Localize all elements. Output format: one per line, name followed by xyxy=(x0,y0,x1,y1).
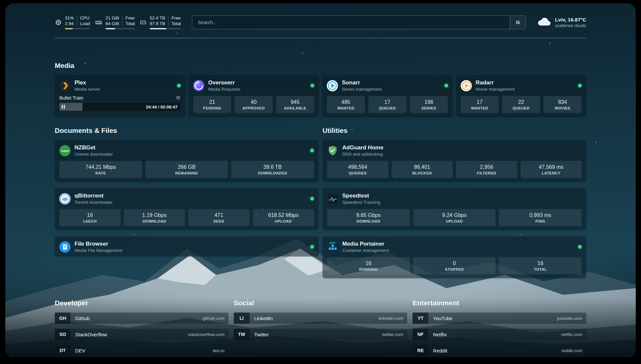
bookmark-name: StackOverflow xyxy=(75,332,107,337)
bookmark-group-entertainment: Entertainment YT YouTube youtube.com NF … xyxy=(412,299,586,356)
settings-gear-icon[interactable]: ⚙ xyxy=(176,95,180,101)
service-card-radarr[interactable]: Radarr Movie management 17WANTED 22QUEUE… xyxy=(456,75,587,117)
bookmark-name: YouTube xyxy=(433,316,452,321)
bookmark-name: Twitter xyxy=(254,332,269,337)
cpu-usage-bar xyxy=(65,28,90,29)
service-card-sonarr[interactable]: Sonarr Series management 485WANTED 17QUE… xyxy=(322,75,453,117)
cpu-icon xyxy=(55,19,62,26)
bookmark-url: linkedin.com xyxy=(379,316,407,321)
cpu-load-value: 2.94 xyxy=(65,21,74,26)
qbittorrent-icon: qb xyxy=(59,193,71,204)
stat-pending: 21PENDING xyxy=(193,96,231,113)
adguard-icon xyxy=(327,145,338,156)
service-name: qBittorrent xyxy=(75,192,113,199)
service-name: Media Portainer xyxy=(342,240,389,247)
bookmark-reddit[interactable]: RE Reddit reddit.com xyxy=(412,345,586,356)
bookmark-linkedin[interactable]: LI LinkedIn linkedin.com xyxy=(234,313,408,324)
weather-widget: Lviv, 16.87°C scattered clouds xyxy=(537,16,586,28)
stat-upload: 618.52 MbpsUPLOAD xyxy=(253,209,314,226)
disk-total-label: Total xyxy=(171,21,181,26)
bookmark-github[interactable]: GH Github github.com xyxy=(55,313,229,324)
divider xyxy=(77,15,77,26)
bookmark-stackoverflow[interactable]: SO StackOverflow stackoverflow.com xyxy=(55,329,229,340)
stat-ping: 0.993 msPING xyxy=(499,209,582,226)
status-dot xyxy=(310,245,314,249)
stat-remaining: 266 GBREMAINING xyxy=(145,161,228,178)
disk-icon xyxy=(139,19,147,26)
service-name: NZBGet xyxy=(75,144,113,151)
stat-filtered: 2,956FILTERED xyxy=(456,161,517,178)
service-card-filebrowser[interactable]: File Browser Media File Management xyxy=(55,236,319,257)
now-playing-title: Bullet Train xyxy=(59,95,83,101)
service-name: File Browser xyxy=(75,240,122,247)
search-bar: G xyxy=(192,15,526,29)
service-name: Speedtest xyxy=(342,192,381,199)
divider xyxy=(122,15,122,26)
bookmark-abbr: NF xyxy=(412,329,428,340)
service-subtitle: Media server xyxy=(75,86,100,92)
bookmark-url: twitter.com xyxy=(382,332,408,337)
playback-progress-bar[interactable]: 24:44 / 02:06:47 xyxy=(59,103,181,111)
search-input[interactable] xyxy=(192,16,510,29)
bookmark-name: Reddit xyxy=(433,348,447,353)
cpu-load-label: Load xyxy=(80,21,90,26)
bookmark-twitter[interactable]: TW Twitter twitter.com xyxy=(234,329,408,340)
service-card-plex[interactable]: Plex Media server Bullet Train ⚙ xyxy=(55,75,185,117)
bookmark-url: youtube.com xyxy=(557,316,586,321)
stat-available: 945AVAILABLE xyxy=(276,96,314,113)
stat-download: 9.65 GbpsDOWNLOAD xyxy=(327,209,410,226)
search-provider-button[interactable]: G xyxy=(510,16,526,29)
memory-total-label: Total xyxy=(125,21,135,26)
bookmark-netflix[interactable]: NF Netflix netflix.com xyxy=(412,329,586,340)
svg-text:nzbget: nzbget xyxy=(61,149,69,152)
section-title-entertainment: Entertainment xyxy=(412,299,586,307)
disk-total-value: 97.9 TB xyxy=(150,21,165,26)
bookmark-abbr: RE xyxy=(412,345,428,356)
service-card-overseerr[interactable]: Overseerr Media Requests 21PENDING 40APP… xyxy=(189,75,319,117)
bookmark-url: github.com xyxy=(203,316,229,321)
section-title-documents: Documents & Files xyxy=(55,126,319,135)
status-dot xyxy=(444,84,448,87)
plex-icon xyxy=(59,80,71,91)
stat-queries: 498,564QUERIES xyxy=(327,161,388,178)
bookmark-youtube[interactable]: YT YouTube youtube.com xyxy=(412,313,586,324)
header-divider xyxy=(55,38,586,38)
pause-icon[interactable] xyxy=(62,105,65,109)
top-bar: 31% 2.94 CPU Load xyxy=(55,15,586,29)
sonarr-icon xyxy=(327,80,338,91)
stat-blocked: 86,401BLOCKED xyxy=(392,161,453,178)
dashboard-window: 31% 2.94 CPU Load xyxy=(5,3,636,357)
service-card-portainer[interactable]: Media Portainer Container management 16R… xyxy=(322,236,586,278)
bookmark-name: Netflix xyxy=(433,332,447,337)
disk-widget: 52.4 TB 97.9 TB Free Total xyxy=(139,15,181,29)
disk-usage-bar xyxy=(150,28,181,29)
service-card-qbittorrent[interactable]: qb qBittorrent Torrent downloader 16LEEC… xyxy=(55,188,319,230)
memory-free-label: Free xyxy=(125,15,135,21)
bookmark-name: LinkedIn xyxy=(254,316,273,321)
service-card-nzbget[interactable]: nzbget NZBGet Usenet downloader 744.21 M… xyxy=(55,140,319,182)
bookmark-abbr: YT xyxy=(412,313,428,324)
stat-movies: 834MOVIES xyxy=(543,96,582,113)
status-dot xyxy=(311,84,314,87)
memory-icon xyxy=(95,19,103,26)
weather-location: Lviv, 16.87°C xyxy=(555,16,586,23)
service-name: AdGuard Home xyxy=(342,144,383,151)
portainer-icon xyxy=(327,241,338,253)
bookmark-abbr: LI xyxy=(234,313,250,324)
bookmark-group-social: Social LI LinkedIn linkedin.com TW Twitt… xyxy=(234,299,408,356)
service-subtitle: DNS and adblocking xyxy=(342,151,383,157)
service-card-speedtest[interactable]: Speedtest Speedtest Tracking 9.65 GbpsDO… xyxy=(322,188,586,230)
service-card-adguard[interactable]: AdGuard Home DNS and adblocking 498,564Q… xyxy=(322,140,586,182)
nzbget-icon: nzbget xyxy=(59,145,71,156)
bookmark-url: dev.to xyxy=(213,348,229,353)
stat-downloaded: 39.6 TBDOWNLOADED xyxy=(231,161,314,178)
section-documents: Documents & Files nzbget NZBGet Usenet d… xyxy=(55,126,319,278)
bookmark-dev[interactable]: DT DEV dev.to xyxy=(55,345,229,356)
status-dot xyxy=(578,245,582,249)
stat-latency: 47.569 msLATENCY xyxy=(521,161,582,178)
bookmark-abbr: TW xyxy=(234,329,250,340)
cloud-icon xyxy=(537,17,551,28)
disk-free-value: 52.4 TB xyxy=(150,15,165,21)
bookmark-name: DEV xyxy=(75,348,85,353)
overseerr-icon xyxy=(193,80,204,91)
